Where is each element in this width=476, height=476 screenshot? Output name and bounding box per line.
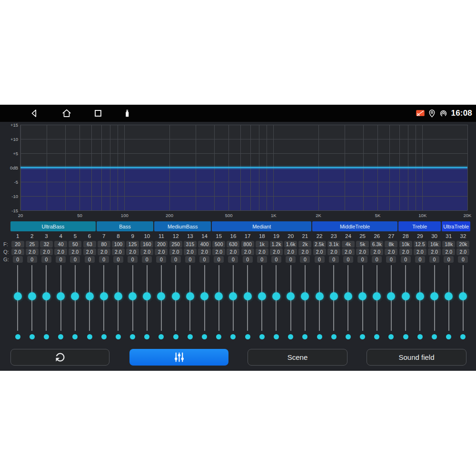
eq-slider-thumb[interactable] xyxy=(14,292,22,300)
band-frequency-value: 2.5k xyxy=(313,241,326,248)
band-frequency-value: 20 xyxy=(11,241,24,248)
recents-button[interactable] xyxy=(93,108,103,119)
eq-slider-thumb[interactable] xyxy=(344,292,352,300)
eq-band-slider xyxy=(226,265,240,331)
band-frequency-value: 10k xyxy=(399,241,412,248)
eq-slider-thumb[interactable] xyxy=(28,292,36,300)
band-dot-cell xyxy=(97,334,111,339)
eq-slider-thumb[interactable] xyxy=(330,292,338,300)
band-frequency-value: 12.5 xyxy=(414,241,426,248)
eq-slider-thumb[interactable] xyxy=(71,292,79,300)
band-gain-value: 0 xyxy=(41,256,51,263)
reset-button[interactable] xyxy=(10,349,109,366)
band-column: 222.5k2.00 xyxy=(312,232,327,264)
band-dot-cell xyxy=(427,334,441,339)
band-q-value: 2.0 xyxy=(155,248,168,255)
eq-slider-thumb[interactable] xyxy=(373,292,381,300)
band-indicator-dot xyxy=(346,334,351,339)
eq-slider-thumb[interactable] xyxy=(258,292,266,300)
graph-response-fill xyxy=(20,168,467,210)
eq-slider-thumb[interactable] xyxy=(244,292,252,300)
eq-slider-thumb[interactable] xyxy=(186,292,194,300)
eq-slider-thumb[interactable] xyxy=(430,292,438,300)
band-gain-value: 0 xyxy=(228,256,238,263)
band-q-value: 2.0 xyxy=(370,248,383,255)
eq-slider-thumb[interactable] xyxy=(301,292,309,300)
band-dot-cell xyxy=(212,334,226,339)
band-column: 7802.00 xyxy=(97,232,111,264)
band-number: 13 xyxy=(187,232,193,241)
home-button[interactable] xyxy=(61,108,72,119)
back-button[interactable] xyxy=(29,108,40,119)
eq-slider-thumb[interactable] xyxy=(358,292,367,300)
band-group-label: UltraBass xyxy=(42,224,65,229)
eq-slider-thumb[interactable] xyxy=(114,292,122,300)
eq-slider-thumb[interactable] xyxy=(416,292,424,300)
eq-band-slider xyxy=(154,265,169,331)
eq-slider-thumb[interactable] xyxy=(445,292,453,300)
graph-x-tick-label: 1K xyxy=(271,213,277,218)
band-indicator-dot xyxy=(87,334,92,339)
eq-slider-thumb[interactable] xyxy=(200,292,208,300)
band-q-value: 2.0 xyxy=(284,248,297,255)
eq-slider-thumb[interactable] xyxy=(86,292,94,300)
band-number: 6 xyxy=(88,232,91,241)
eq-slider-thumb[interactable] xyxy=(129,292,137,300)
equalizer-button[interactable] xyxy=(129,349,228,366)
band-indicator-dot xyxy=(30,334,35,339)
band-dot-cell xyxy=(197,334,211,339)
band-gain-value: 0 xyxy=(286,256,296,263)
band-frequency-value: 5k xyxy=(356,241,369,248)
band-q-value: 2.0 xyxy=(98,248,110,255)
eq-slider-thumb[interactable] xyxy=(57,292,65,300)
band-group-label: UltraTreble xyxy=(443,224,469,229)
eq-slider-thumb[interactable] xyxy=(459,292,467,300)
band-number: 30 xyxy=(431,232,437,241)
band-group-label: Mediant xyxy=(252,224,271,229)
band-group-treble: Treble xyxy=(398,221,441,231)
band-indicator-dot xyxy=(446,334,451,339)
band-q-value: 2.0 xyxy=(140,248,153,255)
eq-slider-thumb[interactable] xyxy=(42,292,50,300)
eq-slider-thumb[interactable] xyxy=(229,292,237,300)
band-frequency-value: 630 xyxy=(227,241,239,248)
graph-x-tick-label: 200 xyxy=(166,213,173,218)
band-number: 16 xyxy=(230,232,237,241)
band-q-value: 2.0 xyxy=(184,248,197,255)
band-column: 5502.00 xyxy=(68,232,82,264)
eq-slider-thumb[interactable] xyxy=(100,292,108,300)
band-column: 266.3k2.00 xyxy=(370,232,384,264)
band-number: 20 xyxy=(288,232,294,241)
graph-y-tick-label: +5 xyxy=(13,151,18,156)
band-dot-cell xyxy=(356,334,370,339)
eq-slider-thumb[interactable] xyxy=(287,292,295,300)
band-q-value: 2.0 xyxy=(169,248,182,255)
eq-slider-thumb[interactable] xyxy=(316,292,324,300)
band-frequency-value: 1.6k xyxy=(284,241,297,248)
band-gain-value: 0 xyxy=(171,256,181,263)
equalizer-screen: 16:08 +15+10+50dB-5-10-1520501002005001K… xyxy=(0,105,476,371)
band-number: 2 xyxy=(30,232,33,241)
scene-button[interactable]: Scene xyxy=(248,349,347,366)
band-dot-cell xyxy=(370,334,384,339)
band-column: 191.2k2.00 xyxy=(269,232,283,264)
sound-field-button[interactable]: Sound field xyxy=(367,349,466,366)
band-q-value: 2.0 xyxy=(442,248,455,255)
eq-slider-thumb[interactable] xyxy=(143,292,151,300)
band-column: 2252.00 xyxy=(25,232,39,264)
band-value-table: 1202.002252.003322.004402.005502.006632.… xyxy=(10,232,470,264)
band-number: 23 xyxy=(331,232,337,241)
band-indicator-dot xyxy=(15,334,20,339)
eq-slider-thumb[interactable] xyxy=(157,292,165,300)
graph-x-tick-label: 50 xyxy=(77,213,82,218)
eq-slider-thumb[interactable] xyxy=(402,292,410,300)
eq-slider-thumb[interactable] xyxy=(272,292,280,300)
band-frequency-value: 50 xyxy=(69,241,81,248)
band-frequency-value: 200 xyxy=(155,241,168,248)
eq-slider-thumb[interactable] xyxy=(215,292,223,300)
band-q-value: 2.0 xyxy=(83,248,96,255)
eq-band-slider xyxy=(25,265,39,331)
eq-slider-thumb[interactable] xyxy=(387,292,395,300)
eq-slider-thumb[interactable] xyxy=(172,292,180,300)
scene-button-label: Scene xyxy=(288,353,308,361)
